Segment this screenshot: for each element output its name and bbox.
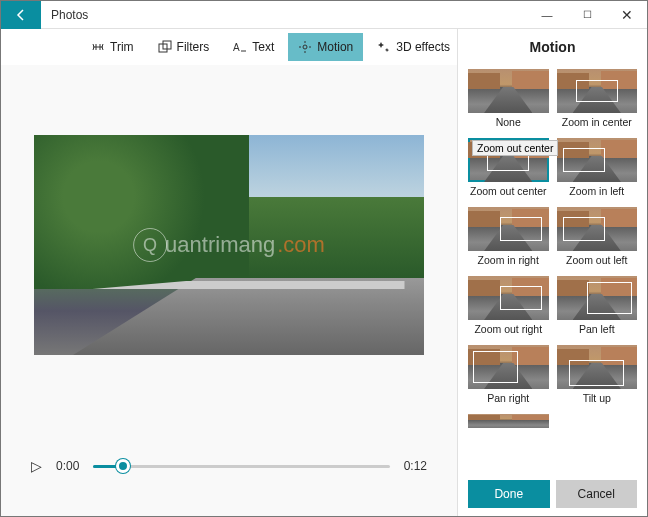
app-title: Photos: [41, 8, 527, 22]
svg-point-3: [303, 45, 307, 49]
svg-text:A: A: [233, 42, 240, 53]
sparkle-icon: [377, 40, 391, 54]
motion-grid: None Zoom in center Zoom out center Zoom…: [458, 69, 647, 474]
seek-knob[interactable]: [116, 459, 130, 473]
motion-option-zoom-in-right[interactable]: Zoom in right: [468, 207, 549, 272]
motion-option-none[interactable]: None: [468, 69, 549, 134]
play-button[interactable]: ▷: [31, 458, 42, 474]
panel-footer: Done Cancel: [458, 474, 647, 516]
text-label: Text: [252, 40, 274, 54]
trim-icon: [91, 40, 105, 54]
3d-effects-button[interactable]: 3D effects: [367, 33, 460, 61]
text-icon: A: [233, 40, 247, 54]
motion-option-zoom-out-left[interactable]: Zoom out left: [557, 207, 638, 272]
close-button[interactable]: ✕: [607, 1, 647, 29]
window-controls: — ☐ ✕: [527, 1, 647, 29]
motion-panel: Motion None Zoom in center Zoom out cent…: [457, 29, 647, 516]
title-bar: Photos — ☐ ✕: [1, 1, 647, 29]
playback-controls: ▷ 0:00 0:12: [31, 458, 427, 474]
motion-button[interactable]: Motion: [288, 33, 363, 61]
current-time: 0:00: [56, 459, 79, 473]
motion-label: Motion: [317, 40, 353, 54]
trim-button[interactable]: Trim: [81, 33, 144, 61]
watermark: Quantrimang.com: [133, 228, 325, 262]
text-button[interactable]: A Text: [223, 33, 284, 61]
video-preview[interactable]: Quantrimang.com: [34, 135, 424, 355]
motion-option-tilt-up[interactable]: Tilt up: [557, 345, 638, 410]
panel-title: Motion: [458, 29, 647, 69]
motion-option-more[interactable]: [468, 414, 549, 428]
done-button[interactable]: Done: [468, 480, 550, 508]
filters-button[interactable]: Filters: [148, 33, 220, 61]
trim-label: Trim: [110, 40, 134, 54]
tooltip: Zoom out center: [472, 140, 558, 156]
minimize-button[interactable]: —: [527, 1, 567, 29]
back-button[interactable]: [1, 1, 41, 29]
main-area: Quantrimang.com ▷ 0:00 0:12: [1, 65, 457, 516]
motion-option-pan-left[interactable]: Pan left: [557, 276, 638, 341]
filters-icon: [158, 40, 172, 54]
duration-time: 0:12: [404, 459, 427, 473]
motion-option-pan-right[interactable]: Pan right: [468, 345, 549, 410]
motion-option-zoom-in-center[interactable]: Zoom in center: [557, 69, 638, 134]
motion-option-zoom-in-left[interactable]: Zoom in left: [557, 138, 638, 203]
filters-label: Filters: [177, 40, 210, 54]
maximize-button[interactable]: ☐: [567, 1, 607, 29]
cancel-button[interactable]: Cancel: [556, 480, 638, 508]
motion-option-zoom-out-right[interactable]: Zoom out right: [468, 276, 549, 341]
motion-option-zoom-out-center[interactable]: Zoom out center Zoom out center: [468, 138, 549, 203]
seek-slider[interactable]: [93, 465, 389, 468]
3d-effects-label: 3D effects: [396, 40, 450, 54]
motion-icon: [298, 40, 312, 54]
